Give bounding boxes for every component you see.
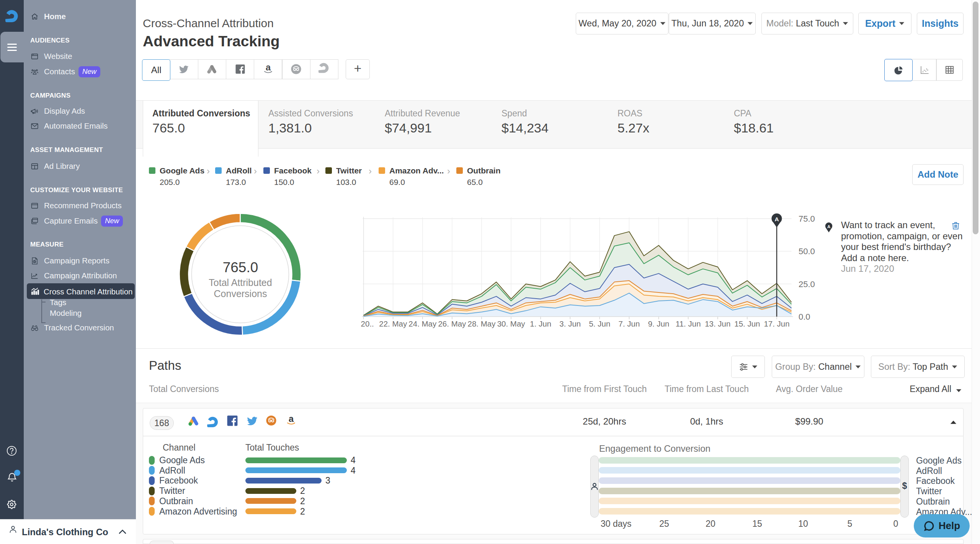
svg-text:0.0: 0.0 [799, 312, 810, 322]
svg-text:24. May: 24. May [408, 319, 437, 328]
svg-text:22. May: 22. May [379, 319, 407, 328]
svg-text:a: a [289, 415, 294, 424]
svg-text:28. May: 28. May [468, 319, 496, 328]
svg-text:A: A [774, 216, 779, 222]
svg-text:9. Jun: 9. Jun [648, 319, 670, 328]
svg-text:1. Jun: 1. Jun [530, 319, 551, 328]
svg-text:75.0: 75.0 [799, 214, 815, 224]
svg-text:50.0: 50.0 [799, 247, 815, 256]
svg-text:30. May: 30. May [497, 319, 526, 328]
svg-text:20..: 20.. [361, 319, 374, 328]
svg-text:7. Jun: 7. Jun [619, 319, 640, 328]
svg-text:A: A [827, 224, 830, 229]
svg-text:13. Jun: 13. Jun [705, 319, 730, 328]
svg-text:25.0: 25.0 [799, 279, 815, 289]
svg-text:3. Jun: 3. Jun [559, 319, 581, 328]
svg-text:5. Jun: 5. Jun [589, 319, 610, 328]
svg-text:15. Jun: 15. Jun [734, 319, 760, 328]
svg-text:11. Jun: 11. Jun [676, 319, 701, 328]
svg-text:17. Jun: 17. Jun [764, 319, 789, 328]
svg-text:26. May: 26. May [438, 319, 466, 328]
